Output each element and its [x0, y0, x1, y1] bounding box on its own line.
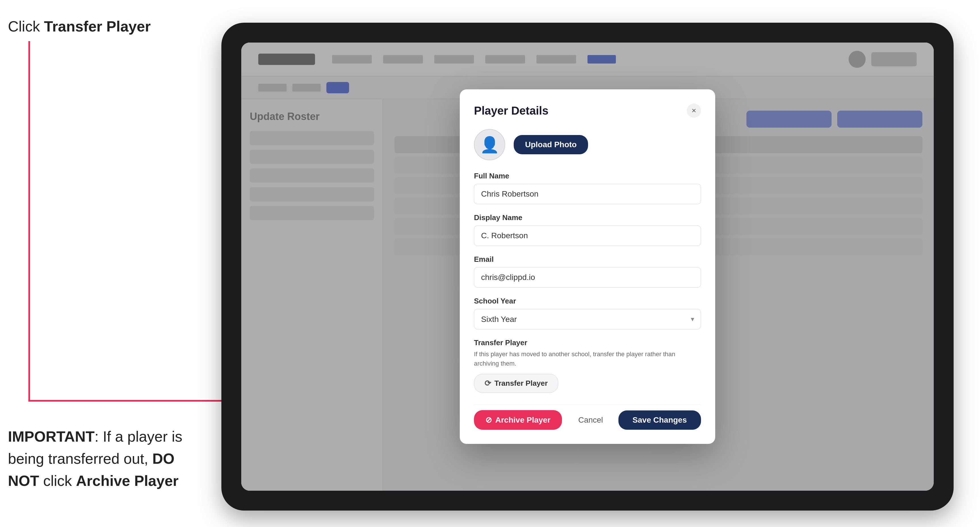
school-year-group: School Year First Year Second Year Third… [474, 297, 701, 329]
transfer-icon: ⟳ [484, 379, 491, 388]
modal-title: Player Details [474, 105, 548, 117]
avatar-section: 👤 Upload Photo [474, 129, 701, 160]
full-name-label: Full Name [474, 171, 701, 180]
modal-close-button[interactable]: × [687, 103, 701, 118]
transfer-player-section: Transfer Player If this player has moved… [474, 338, 701, 393]
transfer-section-title: Transfer Player [474, 338, 701, 347]
display-name-input[interactable] [474, 225, 701, 246]
transfer-player-label: Transfer Player [495, 379, 548, 388]
email-input[interactable] [474, 267, 701, 287]
display-name-group: Display Name [474, 213, 701, 246]
tablet-device: Update Roster [221, 23, 954, 511]
player-details-modal: Player Details × 👤 Upload Photo [460, 89, 715, 444]
transfer-section-desc: If this player has moved to another scho… [474, 349, 701, 368]
school-year-label: School Year [474, 297, 701, 305]
close-icon: × [692, 106, 696, 115]
full-name-input[interactable] [474, 184, 701, 204]
school-year-select-wrapper: First Year Second Year Third Year Fourth… [474, 309, 701, 329]
upload-photo-button[interactable]: Upload Photo [514, 135, 588, 154]
annotation-vertical-line [29, 41, 30, 402]
transfer-player-button[interactable]: ⟳ Transfer Player [474, 374, 558, 393]
display-name-label: Display Name [474, 213, 701, 222]
tablet-screen: Update Roster [241, 43, 934, 491]
archive-player-button[interactable]: ⊘ Archive Player [474, 410, 562, 430]
instruction-top: Click Transfer Player [8, 17, 151, 36]
instruction-bottom: IMPORTANT: If a player is being transfer… [8, 425, 198, 492]
email-group: Email [474, 255, 701, 287]
school-year-select[interactable]: First Year Second Year Third Year Fourth… [474, 309, 701, 329]
modal-footer: ⊘ Archive Player Cancel Save Changes [474, 404, 701, 430]
avatar-circle: 👤 [474, 129, 505, 160]
full-name-group: Full Name [474, 171, 701, 204]
archive-icon: ⊘ [485, 415, 492, 425]
email-label: Email [474, 255, 701, 264]
save-changes-button[interactable]: Save Changes [619, 410, 701, 430]
cancel-button[interactable]: Cancel [570, 410, 611, 430]
modal-overlay: Player Details × 👤 Upload Photo [241, 43, 934, 491]
archive-player-label: Archive Player [495, 416, 550, 425]
avatar-icon: 👤 [480, 136, 500, 154]
modal-header: Player Details × [474, 103, 701, 118]
